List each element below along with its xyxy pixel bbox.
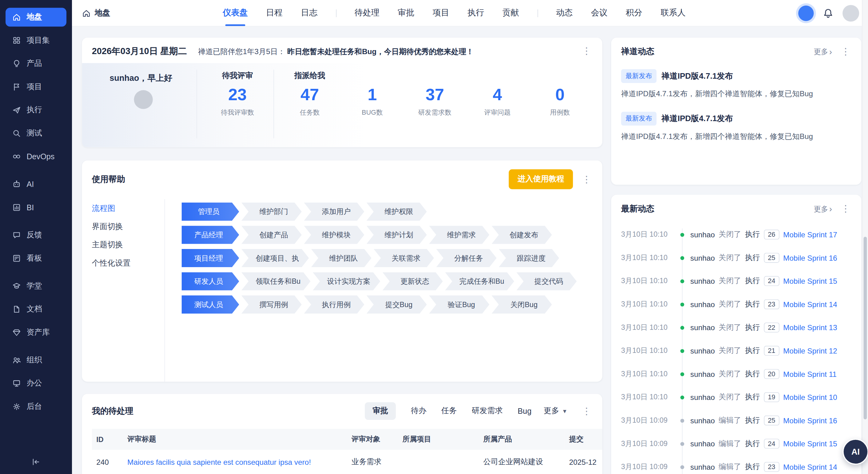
ai-assistant-button[interactable]: AI [842, 439, 868, 465]
sidebar-item-asset-gem[interactable]: 资产库 [5, 323, 66, 342]
sidebar-item-doc-file[interactable]: 文档 [5, 300, 66, 318]
flow-step[interactable]: 提交Bug [366, 295, 427, 313]
sidebar-item-feedback-bubble[interactable]: 反馈 [5, 226, 66, 244]
activity-target-link[interactable]: Mobile Sprint 16 [783, 416, 837, 425]
user-avatar[interactable] [842, 5, 859, 21]
nav-tab-待处理[interactable]: 待处理 [354, 0, 379, 26]
flow-step[interactable]: 执行用例 [304, 295, 364, 313]
news-more-link[interactable]: 更多› [814, 47, 832, 57]
flow-step[interactable]: 维护需求 [429, 226, 489, 244]
flow-step[interactable]: 验证Bug [429, 295, 489, 313]
news-item-title[interactable]: 禅道IPD版4.7.1发布 [661, 71, 733, 81]
nav-tab-贡献[interactable]: 贡献 [502, 0, 519, 26]
flow-step[interactable]: 创建产品 [242, 226, 302, 244]
activity-user[interactable]: sunhao [690, 393, 715, 402]
flow-step[interactable]: 更新状态 [382, 272, 443, 290]
flow-step[interactable]: 关闭Bug [492, 295, 552, 313]
activity-user[interactable]: sunhao [690, 416, 715, 425]
create-button[interactable] [798, 5, 813, 21]
todo-tab-审批[interactable]: 审批 [365, 402, 396, 420]
welcome-kebab-menu-icon[interactable]: ⋮ [581, 46, 592, 56]
activity-user[interactable]: sunhao [690, 253, 715, 262]
flow-step[interactable]: 跟踪进度 [499, 249, 559, 267]
activity-user[interactable]: sunhao [690, 277, 715, 285]
activity-user[interactable]: sunhao [690, 370, 715, 378]
flow-step[interactable]: 创建项目、执 [242, 249, 309, 267]
sidebar-item-project-flag[interactable]: 项目 [5, 77, 66, 96]
activity-target-link[interactable]: Mobile Sprint 14 [783, 463, 837, 471]
table-row[interactable]: 240Maiores facilis quia sapiente est con… [92, 450, 602, 474]
sidebar-item-bi-chart[interactable]: BI [5, 198, 66, 217]
help-tab-主题切换[interactable]: 主题切换 [92, 240, 164, 250]
flow-step[interactable]: 领取任务和Bu [242, 272, 311, 290]
activity-target-link[interactable]: Mobile Sprint 10 [783, 393, 837, 402]
flow-step[interactable]: 维护团队 [311, 249, 371, 267]
activity-kebab-menu-icon[interactable]: ⋮ [840, 204, 851, 214]
activity-target-link[interactable]: Mobile Sprint 11 [783, 370, 837, 378]
nav-tab-联系人[interactable]: 联系人 [661, 0, 686, 26]
flow-step[interactable]: 撰写用例 [242, 295, 302, 313]
help-kebab-menu-icon[interactable]: ⋮ [581, 175, 592, 184]
sidebar-item-admin-gear[interactable]: 后台 [5, 397, 66, 416]
activity-user[interactable]: sunhao [690, 231, 715, 239]
activity-user[interactable]: sunhao [690, 300, 715, 308]
flow-step[interactable]: 维护权限 [366, 203, 427, 221]
nav-tab-执行[interactable]: 执行 [467, 0, 484, 26]
nav-tab-仪表盘[interactable]: 仪表盘 [223, 0, 248, 26]
nav-tab-项目[interactable]: 项目 [432, 0, 449, 26]
flow-step[interactable]: 添加用户 [304, 203, 364, 221]
sidebar-item-kanban[interactable]: 看板 [5, 249, 66, 268]
todo-more-dropdown[interactable]: 更多▼ [544, 406, 567, 416]
sidebar-item-devops-infinity[interactable]: DevOps [5, 147, 66, 166]
nav-tab-审批[interactable]: 审批 [398, 0, 414, 26]
sidebar-item-test-search[interactable]: 测试 [5, 124, 66, 143]
activity-target-link[interactable]: Mobile Sprint 14 [783, 300, 837, 308]
sidebar-item-home[interactable]: 地盘 [5, 8, 66, 27]
sidebar-item-product-bulb[interactable]: 产品 [5, 54, 66, 73]
sidebar-item-office-monitor[interactable]: 办公 [5, 374, 66, 393]
sidebar-item-school-cap[interactable]: 学堂 [5, 277, 66, 295]
flow-step[interactable]: 分解任务 [436, 249, 496, 267]
activity-target-link[interactable]: Mobile Sprint 15 [783, 440, 837, 448]
nav-tab-日志[interactable]: 日志 [301, 0, 317, 26]
scrollbar-thumb[interactable] [864, 237, 867, 419]
sidebar-item-org-people[interactable]: 组织 [5, 351, 66, 370]
news-item-title[interactable]: 禅道IPD版4.7.1发布 [661, 113, 733, 124]
help-tab-流程图[interactable]: 流程图 [92, 203, 164, 213]
activity-target-link[interactable]: Mobile Sprint 13 [783, 324, 837, 332]
activity-user[interactable]: sunhao [690, 347, 715, 355]
sidebar-collapse-button[interactable] [0, 458, 72, 466]
activity-more-link[interactable]: 更多› [814, 204, 832, 214]
help-tab-界面切换[interactable]: 界面切换 [92, 222, 164, 232]
breadcrumb[interactable]: 地盘 [82, 8, 110, 18]
sidebar-item-execution-plane[interactable]: 执行 [5, 101, 66, 120]
nav-tab-积分[interactable]: 积分 [626, 0, 643, 26]
activity-target-link[interactable]: Mobile Sprint 16 [783, 253, 837, 262]
activity-target-link[interactable]: Mobile Sprint 15 [783, 277, 837, 285]
activity-user[interactable]: sunhao [690, 324, 715, 332]
flow-step[interactable]: 关联需求 [374, 249, 434, 267]
sidebar-item-program-grid[interactable]: 项目集 [5, 31, 66, 50]
activity-target-link[interactable]: Mobile Sprint 12 [783, 347, 837, 355]
todo-tab-待办[interactable]: 待办 [411, 406, 426, 416]
flow-step[interactable]: 维护计划 [366, 226, 427, 244]
nav-tab-动态[interactable]: 动态 [556, 0, 573, 26]
tutorial-button[interactable]: 进入使用教程 [509, 169, 573, 189]
flow-step[interactable]: 设计实现方案 [313, 272, 380, 290]
todo-tab-研发需求[interactable]: 研发需求 [472, 406, 503, 416]
news-kebab-menu-icon[interactable]: ⋮ [840, 47, 851, 57]
nav-tab-日程[interactable]: 日程 [266, 0, 283, 26]
activity-user[interactable]: sunhao [690, 463, 715, 471]
review-title-link[interactable]: Maiores facilis quia sapiente est conseq… [127, 458, 343, 466]
nav-tab-会议[interactable]: 会议 [591, 0, 608, 26]
flow-step[interactable]: 完成任务和Bu [445, 272, 514, 290]
todo-kebab-menu-icon[interactable]: ⋮ [581, 406, 592, 416]
greeting-avatar[interactable] [134, 90, 153, 109]
flow-step[interactable]: 提交代码 [517, 272, 577, 290]
todo-tab-任务[interactable]: 任务 [441, 406, 457, 416]
flow-step[interactable]: 维护部门 [242, 203, 302, 221]
flow-step[interactable]: 维护模块 [304, 226, 364, 244]
notifications-bell-icon[interactable] [823, 7, 834, 19]
help-tab-个性化设置[interactable]: 个性化设置 [92, 258, 164, 268]
todo-tab-Bug[interactable]: Bug [518, 407, 531, 416]
